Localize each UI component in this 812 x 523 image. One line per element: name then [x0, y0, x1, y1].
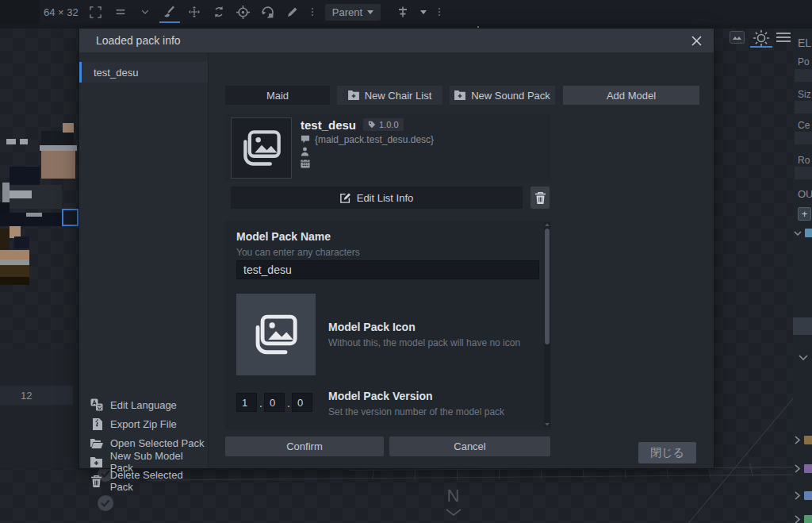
texture-row[interactable]: 12	[0, 386, 73, 405]
active-view-underline	[750, 46, 772, 48]
version-major-input[interactable]	[236, 393, 257, 412]
tab-label: Maid	[266, 90, 289, 102]
tab-label: New Chair List	[365, 90, 432, 102]
north-label: N	[441, 486, 466, 506]
outliner-item[interactable]	[794, 491, 812, 500]
sidebar-pack-item[interactable]: test_desu	[79, 62, 208, 83]
delete-list-button[interactable]	[530, 187, 550, 209]
scroll-down-icon[interactable]	[545, 423, 550, 426]
pack-icon-picker[interactable]	[236, 294, 316, 375]
sidebar-action-label: Edit Language	[110, 399, 177, 411]
chevron-down-icon[interactable]	[799, 354, 808, 362]
lighting-sun-icon[interactable]	[752, 29, 771, 50]
texture-list-panel: 12	[0, 349, 79, 468]
panel-button[interactable]	[793, 317, 812, 335]
center-label: Ce	[798, 120, 810, 131]
hamburger-menu-icon[interactable]	[776, 32, 791, 45]
card-actions-row: Edit List Info	[225, 187, 551, 209]
sidebar-action-delete-pack[interactable]: Delete Selected Pack	[79, 471, 208, 490]
size-input[interactable]	[795, 101, 812, 113]
check-circle-icon	[97, 494, 114, 512]
parent-dropdown-label: Parent	[332, 6, 362, 18]
close-icon[interactable]	[690, 34, 703, 47]
transform-tool-icon[interactable]	[261, 5, 275, 19]
element-properties-panel: EL Po Siz Ce Ro OU +	[793, 29, 812, 523]
outliner-item[interactable]	[794, 436, 812, 444]
outliner-root-item[interactable]	[794, 229, 812, 237]
add-element-button[interactable]: +	[798, 207, 811, 221]
version-separator: .	[287, 397, 290, 410]
fullscreen-icon[interactable]	[89, 5, 103, 19]
cube-icon	[804, 515, 812, 523]
name-field-hint: You can enter any characters	[236, 247, 360, 258]
position-input[interactable]	[795, 69, 812, 82]
mirror-mode-icon[interactable]	[113, 5, 128, 19]
icon-field-label: Model Pack Icon	[328, 321, 416, 333]
confirm-label: Confirm	[286, 440, 323, 452]
sidebar-action-edit-language[interactable]: Edit Language	[79, 395, 208, 414]
trash-icon	[535, 192, 546, 204]
rotate-tool-icon[interactable]	[212, 5, 226, 19]
rotation-input[interactable]	[795, 167, 812, 179]
confirm-button[interactable]: Confirm	[225, 436, 384, 456]
top-toolbar: 64 × 32 Parent	[0, 0, 812, 24]
center-input[interactable]	[795, 132, 812, 144]
pivot-tool-icon[interactable]	[236, 5, 251, 19]
tab-new-chair-list[interactable]: New Chair List	[337, 86, 442, 105]
close-jp-button[interactable]: 閉じる	[638, 442, 696, 463]
version-badge-text: 1.0.0	[379, 120, 398, 129]
texture-selection-box	[62, 209, 79, 226]
outliner-item[interactable]	[794, 464, 812, 473]
chevron-right-icon	[794, 491, 801, 500]
name-field-label: Model Pack Name	[236, 230, 331, 243]
caret-down-icon[interactable]	[420, 10, 427, 14]
screenshot-icon[interactable]	[730, 31, 745, 46]
toolbar-left-spacer	[0, 0, 40, 24]
pack-image-icon	[231, 117, 292, 179]
tab-label: New Sound Pack	[471, 90, 550, 102]
cancel-button[interactable]: Cancel	[389, 436, 550, 456]
open-folder-icon	[90, 436, 103, 449]
kebab-menu-icon[interactable]	[310, 8, 315, 16]
sidebar-action-label: Export Zip File	[110, 418, 177, 430]
cube-icon	[804, 464, 812, 473]
edit-pencil-icon	[340, 192, 351, 203]
dialog-main: Maid New Chair List New Sound Pack Add M…	[209, 52, 714, 468]
sidebar-action-export-zip[interactable]: Export Zip File	[79, 414, 208, 433]
parent-dropdown[interactable]: Parent	[325, 4, 381, 21]
tab-new-sound-pack[interactable]: New Sound Pack	[450, 86, 555, 105]
outliner-panel-title: OU	[798, 188, 812, 200]
tab-maid[interactable]: Maid	[225, 86, 330, 105]
version-minor-input[interactable]	[264, 393, 285, 412]
outliner-item[interactable]	[794, 515, 812, 523]
pencil-tool-icon[interactable]	[285, 5, 300, 19]
edit-list-info-button[interactable]: Edit List Info	[231, 187, 523, 209]
scrollbar-thumb[interactable]	[545, 229, 550, 344]
chevron-right-icon	[794, 515, 801, 523]
align-icon[interactable]	[396, 5, 410, 19]
version-field-hint: Set the version number of the model pack	[328, 406, 504, 417]
date-calendar-icon	[301, 159, 310, 168]
new-folder-icon	[348, 90, 359, 100]
kebab-menu-icon[interactable]	[437, 8, 442, 16]
tab-add-model[interactable]: Add Model	[563, 86, 699, 105]
new-folder-icon	[90, 456, 103, 468]
pack-name-input[interactable]	[236, 260, 539, 279]
pack-description: {maid_pack.test_desu.desc}	[315, 134, 434, 145]
paint-tool-icon[interactable]	[163, 5, 177, 19]
form-scrollbar[interactable]	[544, 222, 550, 427]
position-label: Po	[798, 56, 810, 67]
sidebar-action-label: Delete Selected Pack	[110, 469, 208, 493]
chevron-down-icon[interactable]	[138, 5, 152, 19]
pack-item-label: test_desu	[94, 67, 138, 79]
dialog-header[interactable]: Loaded pack info	[79, 29, 714, 52]
texture-row-label: 12	[21, 390, 32, 402]
version-patch-input[interactable]	[292, 393, 312, 412]
texture-editor-canvas[interactable]	[0, 119, 79, 302]
scroll-up-icon[interactable]	[545, 223, 550, 226]
chevron-down-icon	[794, 229, 802, 237]
version-field-label: Model Pack Version	[328, 390, 433, 402]
new-folder-icon	[454, 90, 465, 100]
move-tool-icon[interactable]	[187, 5, 201, 19]
rotation-label: Ro	[798, 155, 810, 166]
